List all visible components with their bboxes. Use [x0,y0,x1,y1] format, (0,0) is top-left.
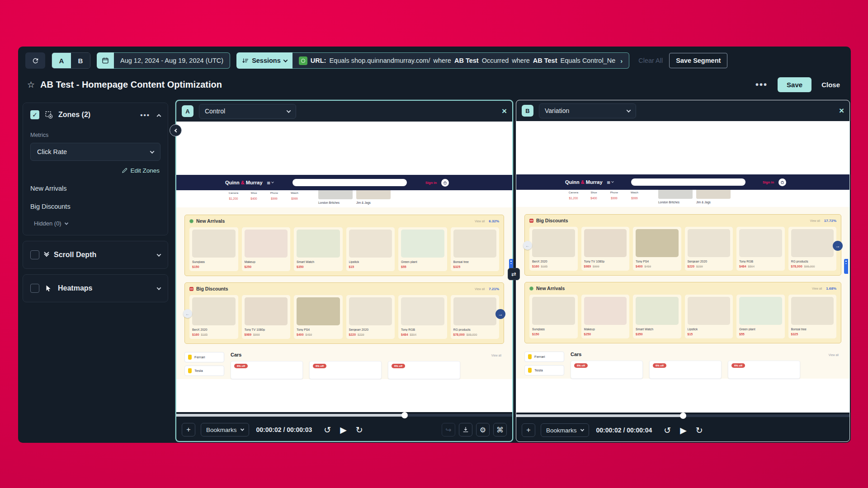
save-button[interactable]: Save [778,77,811,92]
car-card[interactable]: 6% off [231,361,303,379]
product-card[interactable]: Tony TV 1080p $989$999 [242,295,291,339]
zone-big-discounts[interactable]: Big Discounts View all 17.72% BenX 2020 … [524,214,841,276]
view-all-link[interactable]: View all [829,353,839,357]
product-card[interactable]: Sergearr 2020 $220$239 [685,227,733,271]
product-card[interactable]: BenX 2020 $160$185 [529,227,578,271]
view-all-link[interactable]: View all [475,287,485,291]
site-menu-icon: ▦ [267,181,274,185]
car-brand-row[interactable]: Tesla [524,365,564,375]
close-panel-b-icon[interactable]: × [839,106,844,116]
product-card[interactable]: Tony RGB $484$504 [398,295,447,339]
product-card[interactable]: Lipstick $15 [685,295,733,338]
view-all-link[interactable]: View all [812,287,822,290]
product-card[interactable]: Makeup $250 [242,227,291,271]
favorite-star-icon[interactable]: ☆ [27,80,35,90]
skip-forward-button[interactable]: ↻ [696,425,703,436]
zones-menu-button[interactable]: ••• [140,111,150,119]
add-bookmark-button[interactable]: + [522,423,535,437]
clear-all-button[interactable]: Clear All [638,57,663,64]
heatmaps-checkbox[interactable] [30,284,39,293]
car-card[interactable]: 6% off [571,361,643,379]
settings-button[interactable]: ⚙ [476,423,490,436]
shortcuts-button[interactable]: ⌘ [493,423,507,436]
carousel-right-button[interactable]: → [495,309,505,319]
play-button[interactable]: ▶ [340,425,347,435]
site-search-input[interactable] [631,178,745,186]
scroll-depth-checkbox[interactable] [30,250,39,259]
car-card[interactable]: 6% off [649,361,722,379]
carousel-right-button[interactable]: → [833,241,843,251]
ab-toggle-a[interactable]: A [52,53,71,68]
product-card[interactable]: Tony RGB $484$504 [736,227,785,271]
product-card[interactable]: Tony PS4 $400$469 [294,295,343,339]
bookmarks-dropdown[interactable]: Bookmarks [201,423,249,436]
segment-filter-pill[interactable]: URL: Equals shop.quinnandmurray.com/ whe… [292,52,629,69]
product-card[interactable]: RG products $78,000$98,000 [788,227,837,271]
product-card[interactable]: Tony TV 1080p $989$999 [581,227,630,271]
carousel-left-button[interactable]: ← [523,241,532,250]
replay-scrubber-b[interactable] [516,413,849,419]
expand-scroll-depth-icon[interactable] [157,252,161,257]
product-card[interactable]: Green plant $55 [736,295,785,338]
collapse-sidebar-button[interactable] [170,124,182,136]
skip-back-button[interactable]: ↺ [324,425,331,435]
view-all-link[interactable]: View all [810,219,820,222]
variant-dropdown-a[interactable]: Control [199,104,296,119]
download-button[interactable] [459,423,472,436]
product-card[interactable]: Smart Watch $350 [633,295,681,338]
more-menu-button[interactable]: ••• [755,80,768,90]
product-card[interactable]: Lipstick $15 [346,227,395,271]
zone-row-new-arrivals[interactable]: New Arrivals [30,185,160,192]
skip-back-button[interactable]: ↺ [664,425,671,436]
close-panel-a-icon[interactable]: × [502,106,507,116]
product-card[interactable]: RG products $78,000$98,000 [451,295,500,339]
car-card[interactable]: 6% off [728,361,800,379]
date-range-control[interactable]: Aug 12, 2024 - Aug 19, 2024 (UTC) [97,52,230,69]
hidden-zones-toggle[interactable]: Hidden (0) [34,220,160,227]
zone-big-discounts[interactable]: Big Discounts View all 7.21% BenX 2020 $… [184,282,504,344]
play-button[interactable]: ▶ [680,425,687,436]
car-card[interactable]: 6% off [309,361,382,379]
close-button[interactable]: Close [821,81,840,89]
zones-checkbox[interactable]: ✓ [30,110,39,119]
product-card[interactable]: Makeup $250 [581,295,630,338]
zone-new-arrivals[interactable]: New Arrivals View all 1.68% Sunglass $15… [524,282,841,343]
save-segment-button[interactable]: Save Segment [669,53,727,68]
product-card[interactable]: Bonsai tree $325 [451,227,500,271]
product-card[interactable]: Sunglass $150 [189,227,238,271]
view-all-link[interactable]: View all [475,220,485,223]
share-button[interactable]: ↪ [442,423,455,436]
product-card[interactable]: BenX 2020 $160$185 [189,295,238,339]
view-all-link[interactable]: View all [491,354,501,357]
panel-resize-handle[interactable]: ⇄ [508,268,520,280]
product-card[interactable]: Bonsai tree $325 [788,295,837,338]
product-card[interactable]: Sunglass $150 [529,295,578,338]
car-card[interactable]: 6% off [388,361,460,379]
refresh-button[interactable] [25,52,45,69]
product-card[interactable]: Smart Watch $350 [294,227,343,271]
skip-forward-button[interactable]: ↻ [356,425,363,435]
product-card[interactable]: Sergearr 2020 $220$239 [346,295,395,339]
site-search-input[interactable] [292,179,407,186]
edit-zones-link[interactable]: Edit Zones [122,167,160,174]
car-brand-row[interactable]: Ferrari [524,352,564,362]
expand-heatmaps-icon[interactable] [157,286,161,290]
variant-dropdown-b[interactable]: Variation [539,103,636,118]
product-card[interactable]: Green plant $55 [398,227,447,271]
chevron-down-icon [64,221,68,225]
collapse-zones-icon[interactable] [157,114,161,118]
segment-type-dropdown[interactable]: Sessions [236,52,292,69]
product-image [453,230,497,258]
add-bookmark-button[interactable]: + [182,423,195,436]
carousel-left-button[interactable]: ← [183,309,192,318]
zone-new-arrivals[interactable]: New Arrivals View all 6.32% Sunglass $15… [184,215,504,276]
product-card[interactable]: Tony PS4 $400$469 [633,227,681,271]
replay-scrubber-a[interactable] [176,412,512,418]
zone-row-big-discounts[interactable]: Big Discounts [30,203,160,210]
ab-toggle-b[interactable]: B [71,53,90,68]
bookmarks-dropdown[interactable]: Bookmarks [541,423,589,437]
metric-dropdown[interactable]: Click Rate [30,143,160,161]
car-brand-row[interactable]: Ferrari [184,352,224,362]
panel-b-scroll-marker[interactable] [844,259,848,274]
car-brand-row[interactable]: Tesla [184,366,224,376]
